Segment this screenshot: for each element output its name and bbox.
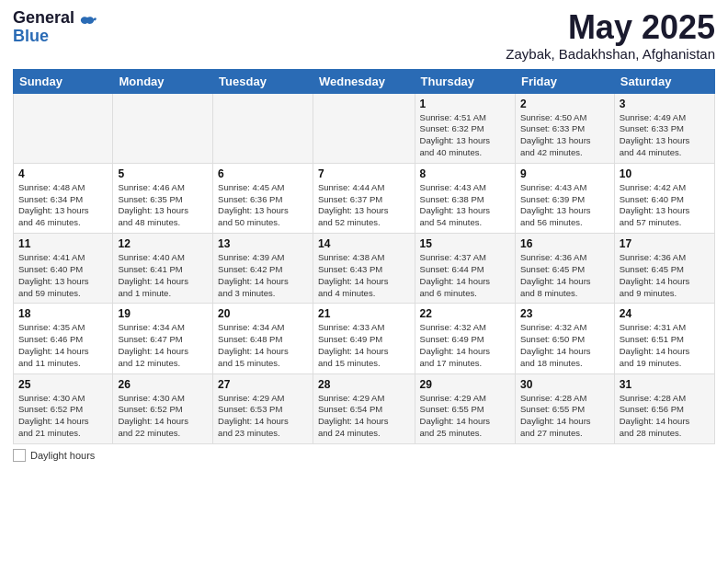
- calendar-week-row: 4Sunrise: 4:48 AM Sunset: 6:34 PM Daylig…: [14, 163, 715, 233]
- day-info: Sunrise: 4:36 AM Sunset: 6:45 PM Dayligh…: [620, 252, 710, 299]
- day-info: Sunrise: 4:45 AM Sunset: 6:36 PM Dayligh…: [218, 182, 308, 229]
- day-info: Sunrise: 4:32 AM Sunset: 6:50 PM Dayligh…: [520, 322, 609, 369]
- day-info: Sunrise: 4:31 AM Sunset: 6:51 PM Dayligh…: [620, 322, 710, 369]
- calendar-cell: 4Sunrise: 4:48 AM Sunset: 6:34 PM Daylig…: [14, 163, 113, 233]
- day-info: Sunrise: 4:30 AM Sunset: 6:52 PM Dayligh…: [18, 393, 108, 440]
- calendar-week-row: 11Sunrise: 4:41 AM Sunset: 6:40 PM Dayli…: [14, 234, 715, 304]
- calendar-cell: 18Sunrise: 4:35 AM Sunset: 6:46 PM Dayli…: [14, 304, 113, 373]
- weekday-header: Monday: [113, 69, 213, 93]
- day-number: 24: [620, 307, 710, 320]
- calendar-cell: [113, 93, 213, 163]
- calendar-cell: 31Sunrise: 4:28 AM Sunset: 6:56 PM Dayli…: [614, 373, 714, 443]
- day-number: 17: [620, 237, 710, 250]
- title-area: May 2025 Zaybak, Badakhshan, Afghanistan: [506, 9, 715, 62]
- calendar-week-row: 1Sunrise: 4:51 AM Sunset: 6:32 PM Daylig…: [14, 93, 715, 163]
- day-info: Sunrise: 4:28 AM Sunset: 6:55 PM Dayligh…: [520, 393, 609, 440]
- calendar-cell: 21Sunrise: 4:33 AM Sunset: 6:49 PM Dayli…: [313, 304, 415, 373]
- day-number: 19: [118, 307, 208, 320]
- calendar-cell: 6Sunrise: 4:45 AM Sunset: 6:36 PM Daylig…: [213, 163, 313, 233]
- footer: Daylight hours: [13, 449, 715, 462]
- day-number: 12: [118, 237, 208, 250]
- day-number: 8: [420, 167, 510, 180]
- calendar-cell: 17Sunrise: 4:36 AM Sunset: 6:45 PM Dayli…: [614, 234, 714, 304]
- day-number: 20: [218, 307, 308, 320]
- day-number: 28: [318, 378, 410, 391]
- calendar-cell: 7Sunrise: 4:44 AM Sunset: 6:37 PM Daylig…: [313, 163, 415, 233]
- calendar-cell: 29Sunrise: 4:29 AM Sunset: 6:55 PM Dayli…: [415, 373, 515, 443]
- day-info: Sunrise: 4:32 AM Sunset: 6:49 PM Dayligh…: [420, 322, 510, 369]
- day-info: Sunrise: 4:34 AM Sunset: 6:47 PM Dayligh…: [118, 322, 208, 369]
- weekday-header-row: SundayMondayTuesdayWednesdayThursdayFrid…: [14, 69, 715, 93]
- day-number: 21: [318, 307, 410, 320]
- calendar-cell: 28Sunrise: 4:29 AM Sunset: 6:54 PM Dayli…: [313, 373, 415, 443]
- calendar-cell: 2Sunrise: 4:50 AM Sunset: 6:33 PM Daylig…: [515, 93, 614, 163]
- weekday-header: Saturday: [614, 69, 714, 93]
- day-number: 1: [420, 98, 510, 110]
- day-info: Sunrise: 4:40 AM Sunset: 6:41 PM Dayligh…: [118, 252, 208, 299]
- calendar-cell: [213, 93, 313, 163]
- day-number: 6: [218, 167, 308, 180]
- calendar-cell: 20Sunrise: 4:34 AM Sunset: 6:48 PM Dayli…: [213, 304, 313, 373]
- calendar-cell: 10Sunrise: 4:42 AM Sunset: 6:40 PM Dayli…: [614, 163, 714, 233]
- calendar-cell: 3Sunrise: 4:49 AM Sunset: 6:33 PM Daylig…: [614, 93, 714, 163]
- calendar-cell: 22Sunrise: 4:32 AM Sunset: 6:49 PM Dayli…: [415, 304, 515, 373]
- logo-blue-text: Blue: [13, 28, 74, 46]
- day-info: Sunrise: 4:35 AM Sunset: 6:46 PM Dayligh…: [18, 322, 108, 369]
- day-info: Sunrise: 4:51 AM Sunset: 6:32 PM Dayligh…: [420, 112, 510, 159]
- calendar-cell: 15Sunrise: 4:37 AM Sunset: 6:44 PM Dayli…: [415, 234, 515, 304]
- day-number: 15: [420, 237, 510, 250]
- page-container: General Blue May 2025 Zaybak, Badakhshan…: [0, 0, 728, 469]
- logo-general-text: General: [13, 9, 74, 28]
- header: General Blue May 2025 Zaybak, Badakhshan…: [13, 9, 715, 62]
- day-info: Sunrise: 4:43 AM Sunset: 6:38 PM Dayligh…: [420, 182, 510, 229]
- calendar-table: SundayMondayTuesdayWednesdayThursdayFrid…: [13, 69, 715, 444]
- day-info: Sunrise: 4:36 AM Sunset: 6:45 PM Dayligh…: [520, 252, 609, 299]
- calendar-cell: 26Sunrise: 4:30 AM Sunset: 6:52 PM Dayli…: [113, 373, 213, 443]
- calendar-cell: 11Sunrise: 4:41 AM Sunset: 6:40 PM Dayli…: [14, 234, 113, 304]
- day-info: Sunrise: 4:50 AM Sunset: 6:33 PM Dayligh…: [520, 112, 609, 159]
- calendar-cell: 9Sunrise: 4:43 AM Sunset: 6:39 PM Daylig…: [515, 163, 614, 233]
- calendar-cell: 8Sunrise: 4:43 AM Sunset: 6:38 PM Daylig…: [415, 163, 515, 233]
- calendar-cell: [14, 93, 113, 163]
- calendar-cell: 5Sunrise: 4:46 AM Sunset: 6:35 PM Daylig…: [113, 163, 213, 233]
- day-number: 5: [118, 167, 208, 180]
- weekday-header: Tuesday: [213, 69, 313, 93]
- day-number: 27: [218, 378, 308, 391]
- daylight-label: Daylight hours: [30, 450, 95, 461]
- day-info: Sunrise: 4:41 AM Sunset: 6:40 PM Dayligh…: [18, 252, 108, 299]
- day-number: 10: [620, 167, 710, 180]
- day-number: 18: [18, 307, 108, 320]
- day-number: 9: [520, 167, 609, 180]
- day-number: 30: [520, 378, 609, 391]
- day-info: Sunrise: 4:38 AM Sunset: 6:43 PM Dayligh…: [318, 252, 410, 299]
- calendar-cell: 25Sunrise: 4:30 AM Sunset: 6:52 PM Dayli…: [14, 373, 113, 443]
- day-info: Sunrise: 4:46 AM Sunset: 6:35 PM Dayligh…: [118, 182, 208, 229]
- calendar-week-row: 25Sunrise: 4:30 AM Sunset: 6:52 PM Dayli…: [14, 373, 715, 443]
- weekday-header: Wednesday: [313, 69, 415, 93]
- weekday-header: Friday: [515, 69, 614, 93]
- day-info: Sunrise: 4:28 AM Sunset: 6:56 PM Dayligh…: [620, 393, 710, 440]
- day-info: Sunrise: 4:39 AM Sunset: 6:42 PM Dayligh…: [218, 252, 308, 299]
- day-number: 7: [318, 167, 410, 180]
- day-number: 25: [18, 378, 108, 391]
- day-info: Sunrise: 4:30 AM Sunset: 6:52 PM Dayligh…: [118, 393, 208, 440]
- day-info: Sunrise: 4:33 AM Sunset: 6:49 PM Dayligh…: [318, 322, 410, 369]
- day-info: Sunrise: 4:34 AM Sunset: 6:48 PM Dayligh…: [218, 322, 308, 369]
- day-number: 2: [520, 98, 609, 110]
- month-title: May 2025: [506, 9, 715, 46]
- day-info: Sunrise: 4:49 AM Sunset: 6:33 PM Dayligh…: [620, 112, 710, 159]
- weekday-header: Thursday: [415, 69, 515, 93]
- calendar-cell: 13Sunrise: 4:39 AM Sunset: 6:42 PM Dayli…: [213, 234, 313, 304]
- day-info: Sunrise: 4:37 AM Sunset: 6:44 PM Dayligh…: [420, 252, 510, 299]
- calendar-week-row: 18Sunrise: 4:35 AM Sunset: 6:46 PM Dayli…: [14, 304, 715, 373]
- day-info: Sunrise: 4:29 AM Sunset: 6:55 PM Dayligh…: [420, 393, 510, 440]
- calendar-cell: 1Sunrise: 4:51 AM Sunset: 6:32 PM Daylig…: [415, 93, 515, 163]
- day-info: Sunrise: 4:43 AM Sunset: 6:39 PM Dayligh…: [520, 182, 609, 229]
- logo: General Blue: [13, 9, 97, 46]
- day-number: 23: [520, 307, 609, 320]
- day-info: Sunrise: 4:44 AM Sunset: 6:37 PM Dayligh…: [318, 182, 410, 229]
- day-number: 26: [118, 378, 208, 391]
- day-number: 31: [620, 378, 710, 391]
- calendar-cell: 14Sunrise: 4:38 AM Sunset: 6:43 PM Dayli…: [313, 234, 415, 304]
- calendar-cell: 24Sunrise: 4:31 AM Sunset: 6:51 PM Dayli…: [614, 304, 714, 373]
